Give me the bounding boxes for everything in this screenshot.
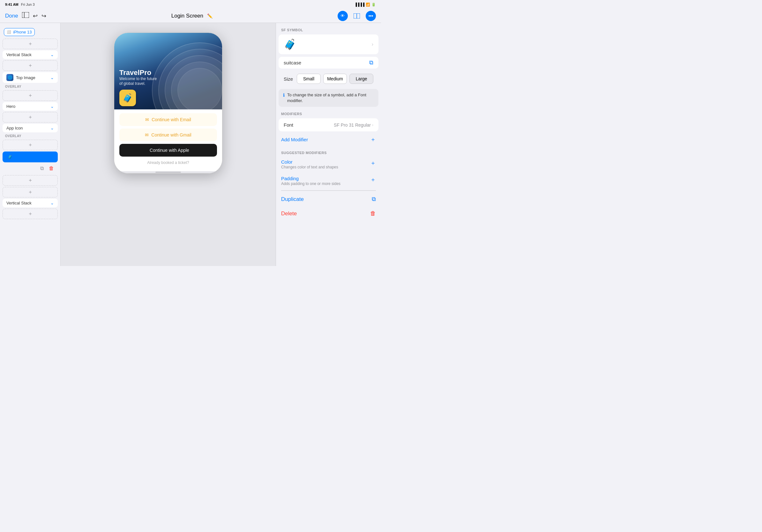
info-text: To change the size of a symbol, add a Fo… [287, 92, 374, 104]
add-layer-4-button[interactable]: ＋ [3, 175, 58, 186]
duplicate-icon: ⧉ [372, 196, 376, 203]
chevron-down-icon-4: ⌄ [50, 126, 54, 130]
duplicate-layer-button[interactable]: ⧉ [39, 164, 45, 172]
color-modifier-button[interactable]: Color Changes color of text and shapes ＋ [276, 156, 381, 172]
copy-symbol-button[interactable]: ⧉ [369, 59, 373, 66]
hero-label: Hero [6, 104, 15, 109]
right-panel: SF SYMBOL 🧳 › suitcase ⧉ Size Small Medi… [276, 23, 381, 266]
padding-desc: Adds padding to one or more sides [281, 181, 341, 186]
layer-item-vertical-stack-1[interactable]: Vertical Stack ⌄ [3, 50, 58, 59]
layer-item-hero[interactable]: Hero ⌄ [3, 102, 58, 111]
gmail-label: Continue with Gmail [151, 132, 191, 137]
device-label: iPhone 13 [13, 30, 32, 34]
add-modifier-button[interactable]: Add Modifier ＋ [276, 132, 381, 147]
overlay-label-1: OVERLAY [0, 84, 60, 89]
sf-symbol-section-title: SF SYMBOL [276, 27, 381, 34]
size-row: Size Small Medium Large [278, 71, 378, 87]
add-layer-6-button[interactable]: ＋ [3, 209, 58, 219]
top-image-label: Top Image [16, 75, 36, 80]
duplicate-button[interactable]: Duplicate ⧉ [276, 192, 381, 206]
vertical-stack-label-1: Vertical Stack [6, 52, 32, 57]
sidebar-icon [22, 12, 29, 18]
size-medium-button[interactable]: Medium [323, 74, 347, 84]
layer-item-top-image[interactable]: 🌐 Top Image ⌄ [3, 72, 58, 83]
scroll-indicator [114, 171, 222, 173]
wifi-icon: 📶 [366, 3, 370, 7]
split-icon [353, 13, 360, 19]
sf-symbol-chevron-icon: › [372, 41, 373, 47]
email-icon: ✉ [145, 117, 149, 122]
vertical-stack-label-2: Vertical Stack [6, 201, 32, 205]
font-chevron-icon: › [372, 123, 373, 127]
color-desc: Changes color of text and shapes [281, 165, 338, 169]
delete-label: Delete [281, 211, 297, 217]
size-small-button[interactable]: Small [297, 74, 321, 84]
preview-button[interactable]: 👁 [338, 11, 348, 21]
chevron-down-icon-1: ⌄ [50, 52, 54, 57]
info-box: ℹ To change the size of a symbol, add a … [278, 89, 378, 107]
chevron-down-icon-2: ⌄ [50, 75, 54, 80]
sf-symbol-name: suitcase [284, 60, 301, 65]
layer-item-vertical-stack-2[interactable]: Vertical Stack ⌄ [3, 199, 58, 207]
status-time: 9:41 AM [5, 3, 19, 6]
undo-button[interactable]: ↩ [33, 13, 38, 20]
brand-name: TravelPro [119, 69, 157, 77]
divider [281, 190, 376, 191]
canvas: 🧳 TravelPro Welcome to the future of glo… [61, 23, 276, 266]
suitcase-icon: 🧳 [6, 154, 13, 161]
ellipsis-icon: ••• [369, 13, 373, 19]
padding-modifier-button[interactable]: Padding Adds padding to one or more side… [276, 172, 381, 189]
padding-plus-icon: ＋ [370, 176, 376, 183]
add-layer-top-button[interactable]: ＋ [3, 38, 58, 49]
brand-sub-2: of global travel. [119, 81, 157, 87]
delete-button[interactable]: Delete 🗑 [276, 206, 381, 221]
overlay-label-2: OVERLAY [0, 133, 60, 138]
size-label: Size [284, 76, 293, 82]
suggested-section-title: SUGGESTED MODIFIERS [276, 147, 381, 156]
svg-rect-0 [22, 12, 29, 18]
add-overlay-button[interactable]: ＋ [3, 90, 58, 101]
delete-icon: 🗑 [370, 210, 376, 217]
hero-image: 🧳 TravelPro Welcome to the future of glo… [114, 33, 222, 109]
battery-icon: 🔋 [371, 3, 376, 7]
toolbar: Done ↩ ↪ Login Screen ✏️ 👁 ••• [0, 9, 381, 23]
suitcase-symbol-icon: 🧳 [284, 38, 296, 50]
sf-symbol-preview[interactable]: 🧳 › [278, 34, 378, 54]
size-large-button[interactable]: Large [349, 74, 373, 84]
add-layer-2-button[interactable]: ＋ [3, 60, 58, 71]
split-view-button[interactable] [352, 11, 362, 21]
buttons-area: ✉ Continue with Email ✉ Continue with Gm… [114, 109, 222, 171]
apple-label: Continue with Apple [150, 148, 189, 153]
redo-button[interactable]: ↪ [41, 13, 46, 20]
add-overlay-2-button[interactable]: ＋ [3, 140, 58, 150]
main-layout: ⬜ iPhone 13 ＋ Vertical Stack ⌄ ＋ 🌐 Top I… [0, 23, 381, 266]
phone-frame: 🧳 TravelPro Welcome to the future of glo… [114, 33, 222, 173]
eye-icon: 👁 [341, 13, 344, 18]
layer-item-selected-icon[interactable]: 🧳 [3, 152, 58, 162]
font-modifier-label: Font [284, 122, 293, 128]
already-booked-text: Already booked a ticket? [119, 159, 217, 167]
signal-icon: ▐▐▐▐ [354, 3, 364, 6]
chevron-down-icon-5: ⌄ [50, 201, 54, 205]
device-badge[interactable]: ⬜ iPhone 13 [4, 28, 35, 36]
app-icon-box: 🧳 [119, 90, 136, 106]
add-layer-3-button[interactable]: ＋ [3, 112, 58, 122]
page-title: Login Screen [171, 13, 203, 19]
left-panel: ⬜ iPhone 13 ＋ Vertical Stack ⌄ ＋ 🌐 Top I… [0, 23, 61, 266]
layer-item-app-icon[interactable]: App Icon ⌄ [3, 124, 58, 132]
more-button[interactable]: ••• [366, 11, 376, 21]
delete-layer-button[interactable]: 🗑 [47, 164, 55, 172]
gmail-icon: ✉ [145, 132, 149, 137]
continue-with-apple-button[interactable]: Continue with Apple [119, 144, 217, 157]
sidebar-toggle-button[interactable] [22, 12, 29, 20]
continue-with-gmail-button[interactable]: ✉ Continue with Gmail [119, 129, 217, 141]
font-modifier-row[interactable]: Font SF Pro 31 Regular › [278, 118, 378, 131]
edit-title-icon[interactable]: ✏️ [207, 13, 212, 19]
add-layer-5-button[interactable]: ＋ [3, 187, 58, 197]
sf-name-row: suitcase ⧉ [278, 57, 378, 69]
done-button[interactable]: Done [5, 13, 18, 19]
info-icon: ℹ [283, 93, 285, 98]
modifiers-section-title: MODIFIERS [276, 111, 381, 118]
top-image-icon: 🌐 [6, 74, 13, 81]
continue-with-email-button[interactable]: ✉ Continue with Email [119, 113, 217, 126]
